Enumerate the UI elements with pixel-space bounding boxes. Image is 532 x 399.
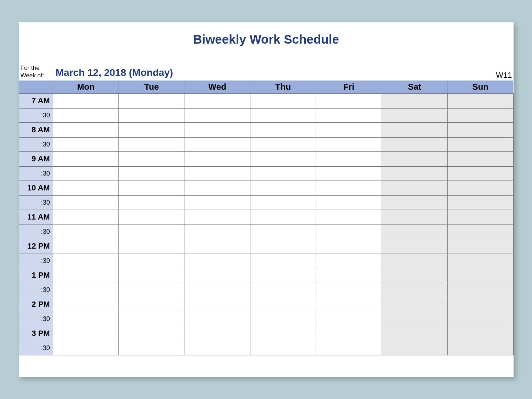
schedule-cell[interactable]: [184, 166, 250, 181]
schedule-cell[interactable]: [382, 326, 447, 341]
schedule-cell[interactable]: [316, 195, 382, 210]
schedule-cell[interactable]: [448, 312, 513, 326]
schedule-cell[interactable]: [382, 108, 447, 122]
schedule-cell[interactable]: [184, 297, 250, 312]
schedule-cell[interactable]: [316, 210, 382, 225]
schedule-cell[interactable]: [448, 151, 513, 166]
schedule-cell[interactable]: [119, 122, 184, 137]
schedule-cell[interactable]: [316, 151, 382, 166]
schedule-cell[interactable]: [53, 268, 118, 283]
schedule-cell[interactable]: [316, 326, 382, 341]
week-date-value[interactable]: March 12, 2018 (Monday): [53, 67, 173, 79]
schedule-cell[interactable]: [448, 239, 513, 254]
schedule-cell[interactable]: [184, 326, 250, 341]
schedule-cell[interactable]: [119, 254, 184, 268]
schedule-cell[interactable]: [382, 151, 447, 166]
schedule-cell[interactable]: [448, 254, 513, 268]
schedule-cell[interactable]: [119, 225, 184, 239]
schedule-cell[interactable]: [53, 326, 118, 341]
schedule-cell[interactable]: [316, 341, 382, 355]
schedule-cell[interactable]: [53, 166, 118, 181]
schedule-cell[interactable]: [119, 283, 184, 297]
schedule-cell[interactable]: [184, 195, 250, 210]
schedule-cell[interactable]: [448, 93, 513, 108]
schedule-cell[interactable]: [119, 93, 184, 108]
schedule-cell[interactable]: [119, 195, 184, 210]
schedule-cell[interactable]: [316, 137, 382, 151]
schedule-cell[interactable]: [53, 93, 118, 108]
schedule-cell[interactable]: [316, 254, 382, 268]
schedule-cell[interactable]: [382, 297, 447, 312]
schedule-cell[interactable]: [250, 108, 316, 122]
schedule-cell[interactable]: [184, 239, 250, 254]
schedule-cell[interactable]: [53, 239, 118, 254]
schedule-cell[interactable]: [53, 283, 118, 297]
schedule-cell[interactable]: [316, 312, 382, 326]
schedule-cell[interactable]: [250, 93, 316, 108]
schedule-cell[interactable]: [184, 122, 250, 137]
schedule-cell[interactable]: [53, 181, 118, 195]
schedule-cell[interactable]: [382, 239, 447, 254]
schedule-cell[interactable]: [53, 151, 118, 166]
schedule-cell[interactable]: [119, 210, 184, 225]
schedule-cell[interactable]: [250, 225, 316, 239]
schedule-cell[interactable]: [184, 268, 250, 283]
schedule-cell[interactable]: [184, 181, 250, 195]
schedule-cell[interactable]: [382, 283, 447, 297]
schedule-cell[interactable]: [382, 341, 447, 355]
schedule-cell[interactable]: [382, 254, 447, 268]
schedule-cell[interactable]: [53, 297, 118, 312]
schedule-cell[interactable]: [119, 312, 184, 326]
schedule-cell[interactable]: [448, 297, 513, 312]
schedule-cell[interactable]: [382, 210, 447, 225]
schedule-cell[interactable]: [382, 122, 447, 137]
schedule-cell[interactable]: [53, 137, 118, 151]
schedule-cell[interactable]: [119, 181, 184, 195]
schedule-cell[interactable]: [382, 166, 447, 181]
schedule-cell[interactable]: [184, 283, 250, 297]
schedule-cell[interactable]: [119, 239, 184, 254]
schedule-cell[interactable]: [316, 268, 382, 283]
schedule-cell[interactable]: [448, 195, 513, 210]
schedule-cell[interactable]: [448, 108, 513, 122]
schedule-cell[interactable]: [250, 166, 316, 181]
schedule-cell[interactable]: [448, 166, 513, 181]
schedule-cell[interactable]: [119, 166, 184, 181]
schedule-cell[interactable]: [250, 254, 316, 268]
schedule-cell[interactable]: [448, 181, 513, 195]
schedule-cell[interactable]: [250, 341, 316, 355]
schedule-cell[interactable]: [53, 225, 118, 239]
schedule-cell[interactable]: [119, 326, 184, 341]
schedule-cell[interactable]: [448, 326, 513, 341]
schedule-cell[interactable]: [448, 122, 513, 137]
schedule-cell[interactable]: [184, 108, 250, 122]
schedule-cell[interactable]: [448, 283, 513, 297]
schedule-cell[interactable]: [119, 341, 184, 355]
schedule-cell[interactable]: [316, 283, 382, 297]
schedule-cell[interactable]: [316, 181, 382, 195]
schedule-cell[interactable]: [250, 151, 316, 166]
schedule-cell[interactable]: [184, 341, 250, 355]
schedule-cell[interactable]: [250, 181, 316, 195]
schedule-cell[interactable]: [119, 151, 184, 166]
schedule-cell[interactable]: [53, 122, 118, 137]
schedule-cell[interactable]: [119, 297, 184, 312]
schedule-cell[interactable]: [382, 137, 447, 151]
schedule-cell[interactable]: [184, 137, 250, 151]
schedule-cell[interactable]: [250, 268, 316, 283]
schedule-cell[interactable]: [448, 341, 513, 355]
schedule-cell[interactable]: [53, 254, 118, 268]
schedule-cell[interactable]: [250, 195, 316, 210]
schedule-cell[interactable]: [448, 210, 513, 225]
schedule-cell[interactable]: [382, 225, 447, 239]
schedule-cell[interactable]: [53, 312, 118, 326]
schedule-cell[interactable]: [448, 268, 513, 283]
schedule-cell[interactable]: [119, 268, 184, 283]
schedule-cell[interactable]: [316, 93, 382, 108]
schedule-cell[interactable]: [53, 108, 118, 122]
schedule-cell[interactable]: [382, 93, 447, 108]
schedule-cell[interactable]: [119, 108, 184, 122]
schedule-cell[interactable]: [250, 137, 316, 151]
schedule-cell[interactable]: [184, 151, 250, 166]
schedule-cell[interactable]: [448, 225, 513, 239]
